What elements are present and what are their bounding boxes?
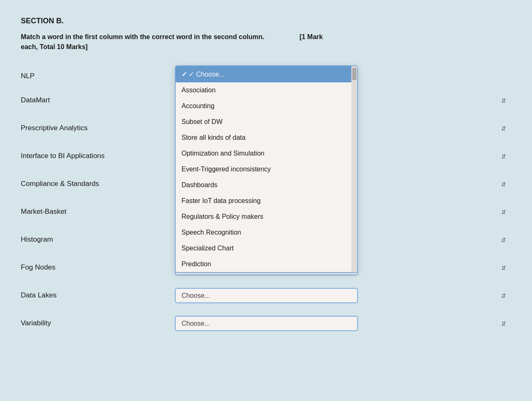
dropdown-wrapper: Choose...AssociationAccountingSubset of … <box>175 288 511 303</box>
answer-select[interactable]: Choose...AssociationAccountingSubset of … <box>175 288 358 303</box>
instructions: Match a word in the first column with th… <box>21 32 395 52</box>
matching-row: NLP✓ Choose...AssociationAccountingSubse… <box>21 69 511 80</box>
matching-row: VariabilityChoose...AssociationAccountin… <box>21 316 511 331</box>
dropdown-arrow-icon: ⇵ <box>501 320 506 327</box>
dropdown-option[interactable]: Association <box>176 82 351 98</box>
matching-exercise: NLP✓ Choose...AssociationAccountingSubse… <box>21 69 511 331</box>
dropdown-arrow-icon: ⇵ <box>501 97 506 104</box>
dropdown-option[interactable]: Specialized Chart <box>176 240 351 256</box>
dropdown-container: Choose...AssociationAccountingSubset of … <box>175 288 511 303</box>
dropdown-option[interactable]: ✓ Choose... <box>176 66 351 82</box>
term-label: Market-Basket <box>21 204 175 216</box>
dropdown-option[interactable]: Dashboards <box>176 177 351 193</box>
open-dropdown[interactable]: ✓ Choose...AssociationAccountingSubset o… <box>175 65 358 273</box>
answer-select[interactable]: Choose...AssociationAccountingSubset of … <box>175 316 358 331</box>
matching-row: Data LakesChoose...AssociationAccounting… <box>21 288 511 303</box>
dropdown-arrow-icon: ⇵ <box>501 237 506 243</box>
dropdown-wrapper: Choose...AssociationAccountingSubset of … <box>175 316 511 331</box>
dropdown-arrow-icon: ⇵ <box>501 125 506 132</box>
term-label: Variability <box>21 316 175 327</box>
term-label: DataMart <box>21 93 175 104</box>
dropdown-option[interactable]: Speech Recognition <box>176 225 351 240</box>
dropdown-option[interactable]: Optimization and Simulation <box>176 146 351 161</box>
term-label: Prescriptive Analytics <box>21 121 175 132</box>
dropdown-option[interactable]: Faster IoT data processing <box>176 193 351 209</box>
dropdown-option[interactable]: Regulators & Policy makers <box>176 209 351 225</box>
term-label: Compliance & Standards <box>21 176 175 188</box>
dropdown-option[interactable]: Accounting <box>176 98 351 114</box>
dropdown-container: Choose...AssociationAccountingSubset of … <box>175 316 511 331</box>
dropdown-arrow-icon: ⇵ <box>501 181 506 188</box>
dropdown-option[interactable]: Event-Triggered inconsistency <box>176 161 351 177</box>
term-label: Data Lakes <box>21 288 175 300</box>
dropdown-option[interactable]: Store all kinds of data <box>176 130 351 146</box>
term-label: NLP <box>21 69 175 80</box>
term-label: Interface to BI Applications <box>21 149 175 160</box>
dropdown-option[interactable]: Prediction <box>176 256 351 272</box>
term-label: Histogram <box>21 232 175 244</box>
dropdown-arrow-icon: ⇵ <box>501 265 506 271</box>
term-label: Fog Nodes <box>21 260 175 272</box>
dropdown-option[interactable]: Subset of DW <box>176 114 351 130</box>
dropdown-arrow-icon: ⇵ <box>501 153 506 160</box>
dropdown-arrow-icon: ⇵ <box>501 209 506 215</box>
section-title: SECTION B. <box>21 17 511 25</box>
dropdown-arrow-icon: ⇵ <box>501 292 506 299</box>
